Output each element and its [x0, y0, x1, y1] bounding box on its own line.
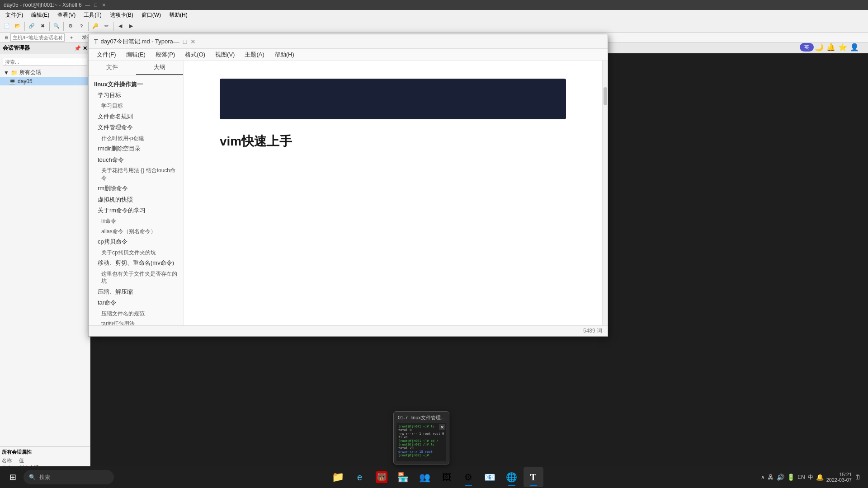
add-session-button[interactable]: +	[66, 33, 76, 42]
sidebar-pin[interactable]: 📌	[74, 45, 81, 52]
ty-menu-edit[interactable]: 编辑(E)	[122, 50, 150, 60]
outline-item[interactable]: 关于rm命令的学习	[89, 205, 183, 216]
outline-item[interactable]: ln命令	[89, 216, 183, 226]
tray-bell-icon: 🔔	[826, 43, 835, 52]
taskbar-app-app2[interactable]: 🐻	[372, 467, 392, 487]
toolbar-new[interactable]: 📄	[2, 21, 12, 31]
tray-notification-icon: 🔔	[816, 474, 824, 481]
tray-battery-icon: 🔋	[787, 474, 795, 481]
typora-close[interactable]: ✕	[190, 38, 196, 45]
toolbar-help[interactable]: ?	[76, 21, 86, 31]
typora-maximize[interactable]: □	[183, 38, 187, 45]
ty-menu-view[interactable]: 视图(V)	[211, 50, 239, 60]
outline-item[interactable]: 什么时候用-p创建	[89, 133, 183, 144]
outline-item[interactable]: tar命令	[89, 297, 183, 308]
tree-day05[interactable]: 💻 day05	[0, 77, 90, 85]
ty-menu-help[interactable]: 帮助(H)	[270, 50, 299, 60]
menu-tools[interactable]: 工具(T)	[80, 10, 105, 20]
taskbar-app-file-explorer[interactable]: 📁	[328, 467, 348, 487]
outline-item[interactable]: tar的打包用法	[89, 319, 183, 325]
menu-help[interactable]: 帮助(H)	[165, 10, 191, 20]
toolbar-key[interactable]: 🔑	[90, 21, 100, 31]
outline-item[interactable]: 压缩文件名的规范	[89, 309, 183, 319]
toolbar-compose[interactable]: ✏	[101, 21, 111, 31]
toolbar-connect[interactable]: 🔗	[27, 21, 37, 31]
outline-item[interactable]: 移动、剪切、重命名(mv命令)	[89, 258, 183, 268]
outline-item[interactable]: 学习目标	[89, 90, 183, 101]
toolbar-search[interactable]: 🔍	[52, 21, 61, 31]
tray-star-icon: ⭐	[838, 43, 847, 52]
toolbar-disconnect[interactable]: ✖	[38, 21, 47, 31]
browser-icon: e	[357, 472, 362, 483]
sidebar-search[interactable]	[3, 58, 87, 66]
toolbar-sep2	[49, 22, 50, 31]
menu-view[interactable]: 查看(V)	[54, 10, 79, 20]
titlebar-controls: — □ ✕	[85, 2, 107, 8]
outline-item[interactable]: cp拷贝命令	[89, 236, 183, 247]
taskbar-tooltip-area: 01-7_linux文件管理... [root@fjh001 ~]# ls to…	[393, 411, 449, 465]
tooltip-close-button[interactable]: ✕	[439, 424, 445, 430]
toolbar-open[interactable]: 📂	[13, 21, 23, 31]
menu-file[interactable]: 文件(F)	[2, 10, 27, 20]
taskbar-search[interactable]: 🔍 搜索	[24, 470, 114, 484]
tab-outline[interactable]: 大纲	[136, 61, 184, 75]
outline-item[interactable]: 关于花括号用法 {} 结合touch命令	[89, 165, 183, 183]
address-input[interactable]	[10, 33, 65, 42]
language-pill[interactable]: 英	[800, 43, 814, 52]
taskbar-app-typora[interactable]: T	[524, 467, 543, 487]
menu-edit[interactable]: 编辑(E)	[28, 10, 53, 20]
sidebar-tree: ▼ 📁 所有会话 💻 day05	[0, 54, 90, 446]
outline-item[interactable]: rmdir删除空目录	[89, 143, 183, 154]
tab-files[interactable]: 文件	[89, 61, 136, 75]
menu-tabs[interactable]: 选项卡(B)	[106, 10, 137, 20]
tree-all-sessions[interactable]: ▼ 📁 所有会话	[0, 68, 90, 77]
outline-item[interactable]: linux文件操作篇一	[89, 79, 183, 90]
typora-scrollbar-thumb[interactable]	[604, 87, 607, 105]
taskbar-app-mail[interactable]: 📧	[480, 467, 500, 487]
xshell-titlebar: day05 - root@fjh001:~ - Xshell 6 — □ ✕	[0, 0, 868, 10]
ty-menu-paragraph[interactable]: 段落(P)	[151, 50, 179, 60]
tooltip-preview-image: [root@fjh001 ~]# ls total 0 -rw-r--r-- 1…	[396, 423, 446, 461]
outline-item[interactable]: 压缩、解压缩	[89, 286, 183, 297]
maximize-button[interactable]: □	[93, 2, 99, 8]
typora-minimize[interactable]: —	[173, 38, 179, 45]
settings-icon: ⚙	[464, 472, 472, 483]
toolbar-sep3	[63, 22, 64, 31]
taskbar-app-windows-store[interactable]: 🏪	[393, 467, 413, 487]
ty-menu-format[interactable]: 格式(O)	[180, 50, 210, 60]
ty-menu-theme[interactable]: 主题(A)	[240, 50, 269, 60]
menu-window[interactable]: 窗口(W)	[138, 10, 165, 20]
sidebar-close[interactable]: ✕	[83, 45, 87, 52]
ty-menu-file[interactable]: 文件(F)	[92, 50, 121, 60]
taskbar-apps: 📁 e 🐻 🏪 👥 🖼 ⚙ 📧 🌐 T	[116, 467, 755, 487]
outline-item[interactable]: 虚拟机的快照	[89, 194, 183, 205]
tray-up-arrow[interactable]: ∧	[761, 474, 765, 480]
minimize-button[interactable]: —	[85, 2, 91, 8]
outline-item[interactable]: 文件管理命令	[89, 122, 183, 133]
typora-editor[interactable]: vim快速上手	[184, 61, 602, 325]
taskbar-app-settings[interactable]: ⚙	[458, 467, 478, 487]
outline-item[interactable]: 这里也有关于文件夹是否存在的坑	[89, 269, 183, 287]
outline-item[interactable]: 文件命名规则	[89, 111, 183, 122]
taskbar-app-photos[interactable]: 🖼	[437, 467, 457, 487]
taskbar-app-browser1[interactable]: e	[350, 467, 370, 487]
outline-item[interactable]: alias命令（别名命令）	[89, 226, 183, 237]
tray-ime-icon: 中	[808, 474, 813, 481]
editor-heading[interactable]: vim快速上手	[220, 133, 566, 150]
start-button[interactable]: ⊞	[4, 468, 22, 486]
outline-item[interactable]: 关于cp拷贝文件夹的坑	[89, 248, 183, 258]
outline-item[interactable]: touch命令	[89, 155, 183, 165]
taskbar-app-chrome[interactable]: 🌐	[502, 467, 522, 487]
toolbar-settings[interactable]: ⚙	[66, 21, 75, 31]
typora-scrollbar[interactable]	[602, 61, 608, 325]
outline-item[interactable]: rm删除命令	[89, 183, 183, 194]
outline-item[interactable]: 学习目标	[89, 101, 183, 111]
toolbar-right[interactable]: ▶	[126, 21, 136, 31]
close-button[interactable]: ✕	[101, 2, 107, 8]
editor-header-image	[220, 79, 566, 119]
toolbar-left[interactable]: ◀	[115, 21, 125, 31]
notification-center-icon[interactable]: 🗓	[854, 474, 861, 481]
folder-icon: 📁	[11, 70, 18, 76]
system-clock[interactable]: 15:21 2022-03-07	[826, 472, 852, 483]
taskbar-app-teams[interactable]: 👥	[415, 467, 435, 487]
